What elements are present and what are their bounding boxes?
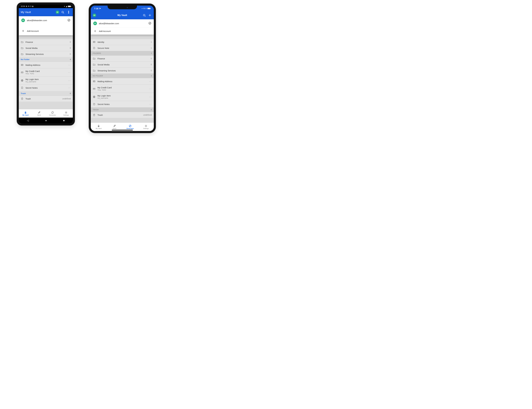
- search-button[interactable]: [142, 13, 146, 18]
- tab-label: Send: [37, 114, 41, 116]
- back-button[interactable]: ◁: [27, 119, 29, 122]
- row-subtitle: Visa, *4242: [26, 73, 66, 74]
- svg-point-4: [68, 13, 69, 13]
- trash-row[interactable]: Trash undefined: [19, 96, 73, 102]
- lead-icon: [93, 57, 95, 60]
- item-row[interactable]: My Credit Card Visa, *4242 ⋯: [91, 84, 154, 93]
- account-avatar-small: BD: [21, 19, 25, 22]
- row-label: Secure Note: [97, 47, 109, 49]
- item-menu-button[interactable]: ⋯: [149, 87, 152, 90]
- row-count: undefined: [143, 114, 152, 116]
- item-menu-button[interactable]: ⋯: [149, 80, 152, 83]
- item-menu-button[interactable]: ⋯: [68, 79, 71, 82]
- folder-row[interactable]: Finance 0: [19, 39, 73, 45]
- account-avatar[interactable]: BD: [56, 10, 59, 14]
- row-label: Social Media: [26, 47, 38, 49]
- gear-icon: [144, 125, 147, 127]
- tab-settings[interactable]: Settings: [138, 123, 154, 131]
- lead-icon: [93, 96, 95, 98]
- item-row[interactable]: My Credit Card Visa, *4242 ⋯: [19, 68, 73, 76]
- lead-icon: [21, 47, 24, 49]
- lead-icon: [93, 69, 95, 72]
- item-menu-button[interactable]: ⋯: [149, 95, 152, 98]
- search-button[interactable]: [60, 10, 65, 14]
- row-label: My Login Item: [26, 78, 39, 81]
- lock-icon: [97, 125, 100, 127]
- row-label: Social Media: [97, 63, 110, 66]
- row-label: Mailing Address: [26, 64, 40, 66]
- card-icon: [93, 87, 95, 90]
- android-device: 10:34 ✿ ✉ G ▮ ▾ ◢ My Vault BD Finance 0: [17, 2, 75, 125]
- signal-icon: ◢: [66, 5, 67, 7]
- item-row[interactable]: Mailing Address ⋯: [91, 78, 154, 84]
- account-row[interactable]: BD alice@bitwarden.com: [91, 19, 154, 28]
- tab-send[interactable]: Send: [32, 109, 46, 118]
- item-row[interactable]: Mailing Address ⋯: [19, 62, 73, 68]
- item-menu-button[interactable]: ⋯: [68, 63, 71, 66]
- account-email: alice@bitwarden.com: [99, 22, 119, 25]
- account-row[interactable]: BD alice@bitwarden.com: [19, 16, 73, 26]
- tab-my vault[interactable]: My Vault: [19, 109, 32, 118]
- search-icon: [61, 11, 64, 14]
- lead-icon: [21, 79, 24, 82]
- add-account-row[interactable]: Add Account: [91, 28, 154, 35]
- home-button[interactable]: ●: [45, 119, 47, 122]
- home-indicator[interactable]: [112, 130, 133, 130]
- item-row[interactable]: Secret Notes ⋯: [91, 101, 154, 107]
- ios-body: Identity 1 Secure Note 1 FOLDERS 3 Finan…: [91, 19, 154, 123]
- tab-settings[interactable]: Settings: [59, 109, 73, 118]
- note-icon: [93, 47, 95, 49]
- lead-icon: [21, 71, 24, 74]
- sync-icon: [51, 111, 54, 114]
- section-title: Trash: [21, 92, 26, 94]
- svg-line-19: [145, 16, 145, 17]
- row-count: 0: [151, 63, 152, 66]
- tab-generator[interactable]: Generator: [46, 109, 59, 118]
- tab-label: Settings: [143, 128, 149, 129]
- svg-rect-15: [25, 112, 26, 113]
- send-icon: [38, 111, 40, 114]
- item-menu-button[interactable]: ⋯: [68, 71, 71, 74]
- lead-icon: [93, 87, 95, 90]
- type-row[interactable]: Identity 1: [91, 39, 154, 45]
- add-account-row[interactable]: Add Account: [19, 26, 73, 35]
- wifi-icon: ▾: [64, 5, 65, 7]
- item-menu-button[interactable]: ⋯: [149, 102, 152, 106]
- more-vertical-icon: [67, 11, 70, 14]
- folder-row[interactable]: Social Media 0: [19, 45, 73, 51]
- folder-row[interactable]: Streaming Services 0: [19, 51, 73, 57]
- network-label: 5G E: [143, 8, 147, 9]
- ios-device: 7:18 ➤ ▪▪ 5G E BD My Vault Identity 1 Se…: [89, 4, 156, 133]
- item-row[interactable]: My Login Item my_username ⋯: [91, 93, 154, 101]
- trash-row[interactable]: Trash undefined: [91, 112, 154, 118]
- item-row[interactable]: Secret Notes ⋯: [19, 84, 73, 91]
- lead-icon: [93, 114, 95, 116]
- overflow-button[interactable]: [66, 10, 71, 14]
- check-circle-icon: [67, 19, 70, 22]
- plus-icon: [21, 30, 25, 32]
- folder-row[interactable]: Social Media 0: [91, 61, 154, 67]
- status-time: 7:18: [94, 7, 98, 10]
- signal-icon: ▪▪: [142, 8, 143, 9]
- tab-label: Settings: [63, 114, 69, 116]
- row-label: Trash: [97, 114, 103, 116]
- row-count: undefined: [62, 98, 71, 100]
- row-label: Identity: [97, 41, 104, 43]
- svg-point-12: [68, 19, 70, 21]
- add-button[interactable]: [148, 13, 152, 18]
- item-row[interactable]: My Login Item my_username ⋯: [19, 76, 73, 84]
- section-title: FOLDERS: [93, 52, 101, 54]
- item-menu-button[interactable]: ⋯: [68, 86, 71, 89]
- account-avatar-small: BD: [93, 22, 97, 25]
- folder-icon: [21, 53, 23, 55]
- type-row[interactable]: Secure Note 1: [91, 45, 154, 51]
- section-count: 4: [151, 75, 152, 77]
- folder-row[interactable]: Streaming Services 0: [91, 67, 154, 74]
- add-account-label: Add Account: [99, 30, 111, 32]
- lead-icon: [21, 53, 24, 55]
- recents-button[interactable]: ■: [63, 119, 65, 122]
- folder-row[interactable]: Finance 0: [91, 56, 154, 61]
- tab-my vault[interactable]: My Vault: [91, 123, 107, 131]
- globe-icon: [93, 96, 95, 98]
- lead-icon: [93, 41, 95, 43]
